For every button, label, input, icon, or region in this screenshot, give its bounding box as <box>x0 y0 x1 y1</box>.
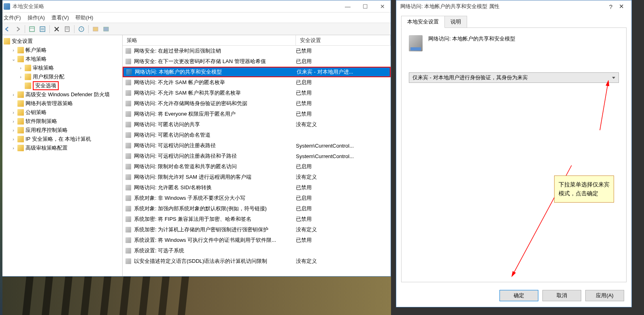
tree-panel[interactable]: 安全设置 ›帐户策略⌄本地策略›审核策略›用户权限分配安全选项›高级安全 Win… <box>0 35 123 276</box>
tree-item[interactable]: ›IP 安全策略，在 本地计算机 <box>0 135 122 144</box>
list-row[interactable]: 系统加密: 为计算机上存储的用户密钥强制进行强密钥保护没有定义 <box>123 224 391 235</box>
list-row[interactable]: 网络安全: 在下一次更改密码时不存储 LAN 管理器哈希值已启用 <box>123 56 391 67</box>
tree-toggle-icon[interactable]: › <box>11 137 16 142</box>
tree-toggle-icon[interactable]: › <box>11 92 16 97</box>
setting-cell: System\CurrentControl... <box>296 153 391 159</box>
tree-toggle-icon[interactable]: ⌄ <box>11 57 16 61</box>
policy-cell: 网络访问: 可匿名访问的命名管道 <box>134 131 296 139</box>
tree-toggle-icon[interactable]: › <box>11 110 16 115</box>
list-row[interactable]: 网络访问: 允许匿名 SID/名称转换已禁用 <box>123 182 391 193</box>
minimize-button[interactable]: — <box>342 2 353 11</box>
tree-toggle-icon[interactable]: › <box>11 146 16 150</box>
list-row[interactable]: 网络访问: 可远程访问的注册表路径System\CurrentControl..… <box>123 140 391 151</box>
tool-1[interactable] <box>28 25 36 34</box>
window-controls: — ☐ ✕ <box>342 2 387 11</box>
list-row[interactable]: 网络访问: 不允许 SAM 帐户和共享的匿名枚举已禁用 <box>123 88 391 98</box>
column-policy[interactable]: 策略 <box>123 35 296 45</box>
list-row[interactable]: 网络访问: 不允许 SAM 帐户的匿名枚举已启用 <box>123 77 391 88</box>
tree-label: 应用程序控制策略 <box>26 127 68 134</box>
policy-icon <box>124 100 132 107</box>
policy-icon <box>124 226 132 233</box>
policy-icon <box>124 184 132 191</box>
policy-cell: 系统加密: 为计算机上存储的用户密钥强制进行强密钥保护 <box>134 226 296 233</box>
tree-toggle-icon[interactable]: › <box>11 119 16 124</box>
security-mode-dropdown[interactable]: 仅来宾 - 对本地用户进行身份验证，其身份为来宾 <box>409 72 619 83</box>
properties-button[interactable] <box>63 25 72 34</box>
menu-help[interactable]: 帮助(H) <box>75 14 93 21</box>
list-row[interactable]: 网络访问: 可匿名访问的命名管道 <box>123 130 391 140</box>
tree-toggle-icon[interactable] <box>18 83 23 88</box>
tree-item[interactable]: ›用户权限分配 <box>0 72 122 81</box>
tree-item[interactable]: 安全选项 <box>0 81 122 90</box>
folder-icon <box>25 65 31 71</box>
list-row[interactable]: 系统加密: 将 FIPS 兼容算法用于加密、哈希和签名已禁用 <box>123 214 391 224</box>
tree-toggle-icon[interactable]: › <box>11 128 16 133</box>
list-row[interactable]: 系统设置: 可选子系统 <box>123 245 391 256</box>
tree-toggle-icon[interactable]: › <box>18 66 23 70</box>
setting-cell: 已禁用 <box>296 100 391 107</box>
maximize-button[interactable]: ☐ <box>360 2 370 11</box>
list-row[interactable]: 网络访问: 可匿名访问的共享没有定义 <box>123 119 391 130</box>
tab-explain[interactable]: 说明 <box>444 16 467 28</box>
tree-item[interactable]: ›应用程序控制策略 <box>0 126 122 135</box>
policy-icon <box>124 163 132 170</box>
forward-button[interactable] <box>13 25 22 34</box>
tree-label: 本地策略 <box>26 55 47 63</box>
policy-cell: 系统加密: 将 FIPS 兼容算法用于加密、哈希和签名 <box>134 216 296 223</box>
list-row[interactable]: 系统设置: 将 Windows 可执行文件中的证书规则用于软件限...已禁用 <box>123 235 391 245</box>
list-row[interactable]: 网络访问: 限制对命名管道和共享的匿名访问已启用 <box>123 161 391 172</box>
tool-2[interactable] <box>38 25 47 34</box>
policy-cell: 网络访问: 可远程访问的注册表路径 <box>134 142 296 149</box>
list-row[interactable]: 网络访问: 可远程访问的注册表路径和子路径System\CurrentContr… <box>123 151 391 161</box>
list-row[interactable]: 网络访问: 本地帐户的共享和安全模型仅来宾 - 对本地用户进... <box>123 67 391 77</box>
back-button[interactable] <box>3 25 12 34</box>
menu-action[interactable]: 操作(A) <box>28 14 45 21</box>
policy-cell: 网络安全: 在超过登录时间后强制注销 <box>134 47 296 55</box>
svg-rect-0 <box>30 27 34 32</box>
tree-item[interactable]: ⌄本地策略 <box>0 55 122 63</box>
tree-item[interactable]: ›软件限制策略 <box>0 117 122 126</box>
delete-button[interactable] <box>52 25 61 34</box>
list-body[interactable]: 网络安全: 在超过登录时间后强制注销已禁用网络安全: 在下一次更改密码时不存储 … <box>123 46 391 276</box>
column-setting[interactable]: 安全设置 <box>296 35 391 45</box>
apply-button[interactable]: 应用(A) <box>585 290 624 301</box>
setting-cell: 已禁用 <box>296 216 391 223</box>
list-row[interactable]: 网络访问: 限制允许对 SAM 进行远程调用的客户端没有定义 <box>123 172 391 182</box>
tree-item[interactable]: ›高级安全 Windows Defender 防火墙 <box>0 90 122 99</box>
props-title-bar: 网络访问: 本地帐户的共享和安全模型 属性 ? ✕ <box>396 0 631 13</box>
tree-item[interactable]: ›高级审核策略配置 <box>0 144 122 152</box>
list-row[interactable]: 网络安全: 在超过登录时间后强制注销已禁用 <box>123 46 391 56</box>
help-icon[interactable]: ? <box>606 2 616 11</box>
tree-label: 安全设置 <box>12 38 33 45</box>
list-row[interactable]: 系统对象: 加强内部系统对象的默认权限(例如，符号链接)已启用 <box>123 203 391 214</box>
list-row[interactable]: 网络访问: 不允许存储网络身份验证的密码和凭据已禁用 <box>123 98 391 109</box>
background-image <box>0 277 391 315</box>
list-row[interactable]: 系统对象: 非 Windows 子系统不要求区分大小写已启用 <box>123 193 391 203</box>
tree-item[interactable]: ›公钥策略 <box>0 108 122 117</box>
menu-view[interactable]: 查看(V) <box>51 14 69 21</box>
cancel-button[interactable]: 取消 <box>542 290 581 301</box>
folder-icon <box>17 109 24 116</box>
tree-toggle-icon[interactable]: › <box>18 74 23 79</box>
tree-toggle-icon[interactable]: › <box>11 48 16 53</box>
close-icon[interactable]: ✕ <box>616 2 627 11</box>
toolbar-separator <box>25 25 25 33</box>
menu-file[interactable]: 文件(F) <box>4 14 21 21</box>
tool-3[interactable] <box>91 25 100 34</box>
policy-icon <box>124 90 132 96</box>
ok-button[interactable]: 确定 <box>499 290 538 301</box>
tree-root-item[interactable]: 安全设置 <box>0 37 122 46</box>
tool-4[interactable] <box>102 25 111 34</box>
policy-icon <box>125 69 133 75</box>
tree-label: 审核策略 <box>33 64 54 72</box>
close-button[interactable]: ✕ <box>378 2 387 11</box>
tree-item[interactable]: ›审核策略 <box>0 63 122 72</box>
tree-toggle-icon[interactable] <box>11 101 16 106</box>
list-row[interactable]: 以安全描述符定义语言(SDDL)语法表示的计算机访问限制没有定义 <box>123 256 391 266</box>
tree-item[interactable]: 网络列表管理器策略 <box>0 99 122 108</box>
tab-local-security[interactable]: 本地安全设置 <box>401 16 445 28</box>
annotation-tooltip: 下拉菜单选择仅来宾模式，点击确定 <box>554 175 614 203</box>
help-button[interactable]: ? <box>77 25 86 34</box>
tree-item[interactable]: ›帐户策略 <box>0 46 122 55</box>
list-row[interactable]: 网络访问: 将 Everyone 权限应用于匿名用户已禁用 <box>123 109 391 119</box>
